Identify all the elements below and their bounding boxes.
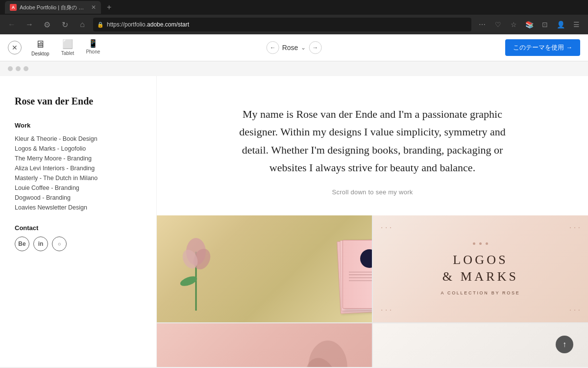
nav-item-logos[interactable]: Logos & Marks - Logofolio <box>15 144 142 154</box>
tab-favicon: A <box>10 4 17 11</box>
flower-decoration <box>176 232 216 313</box>
corner-decoration-tl: · · · <box>381 223 392 232</box>
prev-theme-button[interactable]: ← <box>267 41 279 54</box>
corner-decoration-br: · · · <box>569 306 580 315</box>
bookmark-button[interactable]: ♡ <box>491 18 505 31</box>
home-button[interactable]: ⌂ <box>75 18 89 31</box>
phone-label: Phone <box>86 49 100 54</box>
nav-item-merry-moore[interactable]: The Merry Moore - Branding <box>15 154 142 163</box>
work-section-label: Work <box>15 122 142 129</box>
extensions-button[interactable]: ⋯ <box>475 18 489 31</box>
theme-selector: ← Rose ⌄ → <box>267 41 322 54</box>
new-tab-button[interactable]: + <box>107 3 111 12</box>
theme-dropdown-icon[interactable]: ⌄ <box>301 44 306 51</box>
nav-item-louie-coffee[interactable]: Louie Coffee - Branding <box>15 183 142 193</box>
nav-item-loavies[interactable]: Loavies Newsletter Design <box>15 203 142 212</box>
logos-title: LOGOS& MARKS <box>442 252 519 285</box>
logos-dots <box>473 242 488 245</box>
tablet-label: Tablet <box>61 51 74 56</box>
desktop-label: Desktop <box>31 51 49 56</box>
book-front <box>343 240 372 309</box>
desktop-icon: 🖥 <box>35 39 45 50</box>
dot-3 <box>24 66 28 71</box>
book-line-1 <box>349 274 372 275</box>
phone-view-button[interactable]: 📱 Phone <box>86 39 100 56</box>
logos-bg: · · · · · · · · · · · · LOGOS& MARKS A C… <box>373 215 588 322</box>
address-bar[interactable]: 🔒 https://portfolio.adobe.com/start <box>93 18 471 31</box>
scroll-hint: Scroll down to see my work <box>196 188 549 196</box>
merry-moore-decoration <box>298 333 357 367</box>
phone-icon: 📱 <box>88 39 98 48</box>
portfolio-item-logos[interactable]: · · · · · · · · · · · · LOGOS& MARKS A C… <box>373 215 588 322</box>
reading-list-button[interactable]: 📚 <box>522 18 536 31</box>
device-switcher: 🖥 Desktop ⬜ Tablet 📱 Phone <box>31 39 100 56</box>
back-button[interactable]: ← <box>5 18 19 31</box>
tablet-view-button[interactable]: ⬜ Tablet <box>61 39 74 56</box>
hero-bio: My name is Rose van der Ende and I'm a p… <box>235 105 510 177</box>
url-domain: adobe.com <box>147 21 176 28</box>
logos-dot-2 <box>479 242 482 245</box>
profile-button[interactable]: 👤 <box>554 18 567 31</box>
theme-name: Rose <box>282 44 298 52</box>
sidebar: Rose van der Ende Work Kleur & Theorie -… <box>0 76 157 367</box>
star-button[interactable]: ☆ <box>507 18 520 31</box>
editor-toolbar: ✕ 🖥 Desktop ⬜ Tablet 📱 Phone ← Rose ⌄ → … <box>0 34 588 61</box>
use-theme-button[interactable]: このテーマを使用 → <box>505 39 580 56</box>
menu-button[interactable]: ☰ <box>569 18 583 31</box>
social-icons: Be in ○ <box>15 237 142 251</box>
browser-tab[interactable]: A Adobe Portfolio | 自身の Web... ✕ <box>5 1 101 14</box>
book-circle <box>360 249 372 268</box>
logos-subtitle: A COLLECTION BY ROSE <box>441 290 520 295</box>
url-display: https://portfolio.adobe.com/start <box>107 21 189 28</box>
portfolio-grid: · · · · · · · · · · · · LOGOS& MARKS A C… <box>157 215 588 367</box>
contact-section: Contact Be in ○ <box>15 224 142 251</box>
dot-2 <box>16 66 21 71</box>
split-view-button[interactable]: ⊡ <box>538 18 552 31</box>
tab-close-button[interactable]: ✕ <box>91 4 96 11</box>
logos-dot-3 <box>486 242 488 245</box>
instagram-icon[interactable]: ○ <box>52 237 67 251</box>
url-path: /start <box>176 21 189 28</box>
merry-moore-bg <box>157 323 372 367</box>
site-name: Rose van der Ende <box>15 96 142 107</box>
forward-button[interactable]: → <box>23 18 36 31</box>
browser-titlebar: A Adobe Portfolio | 自身の Web... ✕ + <box>0 0 588 15</box>
corner-decoration-bl: · · · <box>381 306 392 315</box>
desktop-view-button[interactable]: 🖥 Desktop <box>31 39 49 56</box>
security-icon: 🔒 <box>97 22 104 28</box>
dot-1 <box>8 66 13 71</box>
next-theme-button[interactable]: → <box>309 41 321 54</box>
hero-section: My name is Rose van der Ende and I'm a p… <box>157 76 588 215</box>
book-line-2 <box>349 277 372 278</box>
browser-toolbar: ← → ⚙ ↻ ⌂ 🔒 https://portfolio.adobe.com/… <box>0 15 588 34</box>
tab-title: Adobe Portfolio | 自身の Web... <box>20 4 88 11</box>
book-design-bg <box>157 215 372 322</box>
nav-item-levi-interiors[interactable]: Aliza Levi Interiors - Branding <box>15 163 142 173</box>
main-content: My name is Rose van der Ende and I'm a p… <box>157 76 588 367</box>
toolbar-actions: ⋯ ♡ ☆ 📚 ⊡ 👤 ☰ <box>475 18 583 31</box>
nav-item-masterly[interactable]: Masterly - The Dutch in Milano <box>15 173 142 183</box>
preview-dots-bar <box>0 61 588 76</box>
settings-button[interactable]: ⚙ <box>40 18 54 31</box>
book-text-lines <box>349 272 372 281</box>
refresh-button[interactable]: ↻ <box>58 18 72 31</box>
contact-label: Contact <box>15 224 142 232</box>
corner-decoration-tr: · · · <box>569 223 580 232</box>
nav-item-book-design[interactable]: Kleur & Theorie - Book Design <box>15 134 142 144</box>
editor-close-button[interactable]: ✕ <box>8 41 22 54</box>
scroll-top-button[interactable]: ↑ <box>556 336 573 353</box>
logos-dot-1 <box>473 242 475 245</box>
nav-item-dogwood[interactable]: Dogwood - Branding <box>15 193 142 203</box>
book-line-3 <box>349 280 372 281</box>
portfolio-item-merry-moore[interactable] <box>157 323 372 367</box>
behance-icon[interactable]: Be <box>15 237 29 251</box>
portfolio-item-book-design[interactable] <box>157 215 372 322</box>
preview-frame: Rose van der Ende Work Kleur & Theorie -… <box>0 76 588 367</box>
tablet-icon: ⬜ <box>62 39 73 50</box>
linkedin-icon[interactable]: in <box>33 237 48 251</box>
